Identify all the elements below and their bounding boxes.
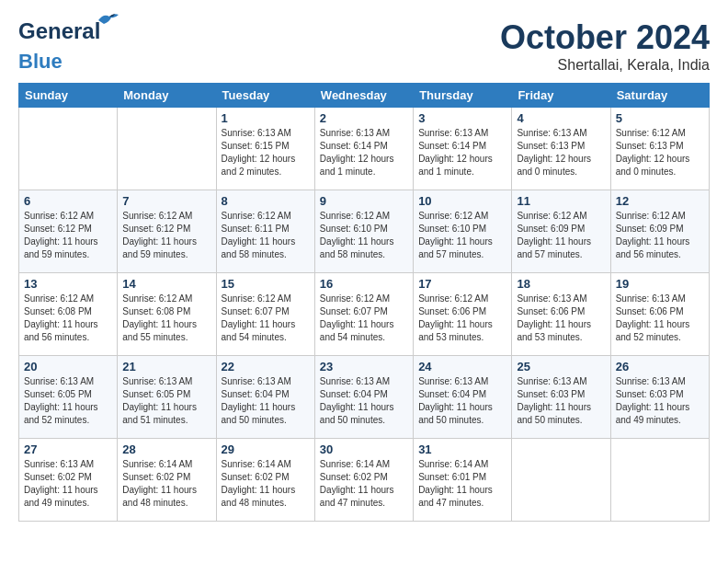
cell-daylight: Daylight: 12 hours and 0 minutes. [517, 154, 591, 177]
cell-daylight: Daylight: 11 hours and 52 minutes. [24, 402, 98, 425]
cell-sunset: Sunset: 6:03 PM [616, 389, 684, 399]
cell-sunrise: Sunrise: 6:12 AM [122, 293, 192, 304]
calendar-cell: 12 Sunrise: 6:12 AM Sunset: 6:09 PM Dayl… [610, 190, 709, 273]
calendar-cell: 7 Sunrise: 6:12 AM Sunset: 6:12 PM Dayli… [118, 190, 216, 273]
day-number: 2 [320, 111, 408, 125]
cell-daylight: Daylight: 11 hours and 48 minutes. [222, 485, 296, 508]
cell-sunset: Sunset: 6:05 PM [24, 389, 92, 399]
day-number: 9 [320, 194, 408, 208]
calendar-cell: 11 Sunrise: 6:12 AM Sunset: 6:09 PM Dayl… [512, 190, 610, 273]
cell-sunset: Sunset: 6:10 PM [418, 224, 486, 234]
cell-daylight: Daylight: 11 hours and 58 minutes. [222, 236, 296, 259]
cell-daylight: Daylight: 11 hours and 50 minutes. [517, 402, 591, 425]
title-block: October 2024 Shertallai, Kerala, India [500, 18, 710, 74]
cell-sunrise: Sunrise: 6:13 AM [122, 376, 192, 386]
calendar-cell: 31 Sunrise: 6:14 AM Sunset: 6:01 PM Dayl… [414, 439, 512, 522]
calendar-cell: 21 Sunrise: 6:13 AM Sunset: 6:05 PM Dayl… [118, 356, 216, 439]
cell-sunrise: Sunrise: 6:12 AM [24, 293, 94, 304]
cell-sunset: Sunset: 6:01 PM [418, 472, 486, 482]
cell-sunrise: Sunrise: 6:13 AM [222, 376, 291, 386]
cell-sunset: Sunset: 6:02 PM [222, 472, 290, 482]
calendar-cell: 15 Sunrise: 6:12 AM Sunset: 6:07 PM Dayl… [216, 273, 314, 356]
day-number: 29 [222, 442, 310, 456]
cell-sunset: Sunset: 6:10 PM [320, 224, 388, 234]
calendar-cell [19, 108, 118, 190]
cell-daylight: Daylight: 11 hours and 50 minutes. [222, 402, 296, 425]
calendar-table: SundayMondayTuesdayWednesdayThursdayFrid… [18, 83, 710, 522]
day-number: 28 [122, 442, 210, 456]
day-number: 15 [222, 277, 310, 291]
calendar-cell: 18 Sunrise: 6:13 AM Sunset: 6:06 PM Dayl… [512, 273, 610, 356]
cell-sunset: Sunset: 6:13 PM [616, 141, 684, 151]
calendar-cell: 4 Sunrise: 6:13 AM Sunset: 6:13 PM Dayli… [512, 108, 610, 190]
cell-sunset: Sunset: 6:08 PM [122, 306, 190, 316]
day-number: 8 [222, 194, 310, 208]
header-friday: Friday [512, 84, 610, 108]
day-number: 19 [616, 277, 704, 291]
cell-daylight: Daylight: 11 hours and 57 minutes. [418, 236, 493, 259]
cell-sunrise: Sunrise: 6:13 AM [616, 293, 686, 304]
cell-sunrise: Sunrise: 6:14 AM [320, 459, 390, 469]
day-number: 25 [517, 360, 605, 373]
calendar-cell: 3 Sunrise: 6:13 AM Sunset: 6:14 PM Dayli… [414, 108, 512, 190]
cell-daylight: Daylight: 11 hours and 48 minutes. [122, 485, 197, 508]
cell-sunset: Sunset: 6:12 PM [122, 224, 190, 234]
calendar-cell: 28 Sunrise: 6:14 AM Sunset: 6:02 PM Dayl… [118, 439, 216, 522]
cell-sunrise: Sunrise: 6:14 AM [122, 459, 192, 469]
cell-sunset: Sunset: 6:14 PM [418, 141, 486, 151]
header-sunday: Sunday [19, 84, 118, 108]
cell-sunrise: Sunrise: 6:13 AM [24, 459, 94, 469]
week-row-5: 27 Sunrise: 6:13 AM Sunset: 6:02 PM Dayl… [19, 439, 710, 522]
calendar-cell: 30 Sunrise: 6:14 AM Sunset: 6:02 PM Dayl… [314, 439, 413, 522]
cell-daylight: Daylight: 11 hours and 58 minutes. [320, 236, 394, 259]
day-number: 26 [616, 360, 704, 373]
cell-daylight: Daylight: 11 hours and 53 minutes. [517, 319, 591, 342]
day-number: 21 [122, 360, 210, 373]
calendar-cell [610, 439, 709, 522]
cell-sunrise: Sunrise: 6:13 AM [517, 293, 586, 304]
day-number: 30 [320, 442, 408, 456]
cell-sunrise: Sunrise: 6:12 AM [418, 211, 488, 221]
cell-sunrise: Sunrise: 6:13 AM [24, 376, 94, 386]
cell-sunrise: Sunrise: 6:13 AM [320, 128, 390, 138]
cell-daylight: Daylight: 11 hours and 52 minutes. [616, 319, 690, 342]
cell-sunset: Sunset: 6:09 PM [616, 224, 684, 234]
cell-sunrise: Sunrise: 6:12 AM [616, 211, 686, 221]
cell-daylight: Daylight: 11 hours and 49 minutes. [616, 402, 690, 425]
cell-sunrise: Sunrise: 6:14 AM [222, 459, 291, 469]
cell-sunrise: Sunrise: 6:13 AM [616, 376, 686, 386]
cell-sunset: Sunset: 6:15 PM [222, 141, 290, 151]
cell-sunset: Sunset: 6:09 PM [517, 224, 585, 234]
cell-daylight: Daylight: 12 hours and 1 minute. [320, 154, 394, 177]
cell-daylight: Daylight: 11 hours and 50 minutes. [320, 402, 394, 425]
calendar-cell: 8 Sunrise: 6:12 AM Sunset: 6:11 PM Dayli… [216, 190, 314, 273]
calendar-cell: 22 Sunrise: 6:13 AM Sunset: 6:04 PM Dayl… [216, 356, 314, 439]
calendar-cell: 10 Sunrise: 6:12 AM Sunset: 6:10 PM Dayl… [414, 190, 512, 273]
day-number: 24 [418, 360, 506, 373]
cell-daylight: Daylight: 11 hours and 51 minutes. [122, 402, 197, 425]
cell-daylight: Daylight: 12 hours and 1 minute. [418, 154, 493, 177]
calendar-cell: 1 Sunrise: 6:13 AM Sunset: 6:15 PM Dayli… [216, 108, 314, 190]
calendar-cell: 24 Sunrise: 6:13 AM Sunset: 6:04 PM Dayl… [414, 356, 512, 439]
header-row: SundayMondayTuesdayWednesdayThursdayFrid… [19, 84, 710, 108]
day-number: 27 [24, 442, 112, 456]
cell-daylight: Daylight: 11 hours and 55 minutes. [122, 319, 197, 342]
cell-daylight: Daylight: 11 hours and 56 minutes. [24, 319, 98, 342]
cell-daylight: Daylight: 12 hours and 0 minutes. [616, 154, 690, 177]
cell-sunrise: Sunrise: 6:12 AM [122, 211, 192, 221]
calendar-cell: 26 Sunrise: 6:13 AM Sunset: 6:03 PM Dayl… [610, 356, 709, 439]
cell-sunset: Sunset: 6:03 PM [517, 389, 585, 399]
calendar-cell: 14 Sunrise: 6:12 AM Sunset: 6:08 PM Dayl… [118, 273, 216, 356]
location: Shertallai, Kerala, India [500, 57, 710, 74]
day-number: 22 [222, 360, 310, 373]
week-row-2: 6 Sunrise: 6:12 AM Sunset: 6:12 PM Dayli… [19, 190, 710, 273]
cell-sunrise: Sunrise: 6:12 AM [222, 211, 291, 221]
calendar-cell: 6 Sunrise: 6:12 AM Sunset: 6:12 PM Dayli… [19, 190, 118, 273]
day-number: 23 [320, 360, 408, 373]
cell-daylight: Daylight: 11 hours and 47 minutes. [418, 485, 493, 508]
cell-sunset: Sunset: 6:13 PM [517, 141, 585, 151]
logo-blue: Blue [18, 50, 63, 73]
cell-sunrise: Sunrise: 6:13 AM [517, 376, 586, 386]
cell-daylight: Daylight: 11 hours and 54 minutes. [320, 319, 394, 342]
calendar-cell: 17 Sunrise: 6:12 AM Sunset: 6:06 PM Dayl… [414, 273, 512, 356]
